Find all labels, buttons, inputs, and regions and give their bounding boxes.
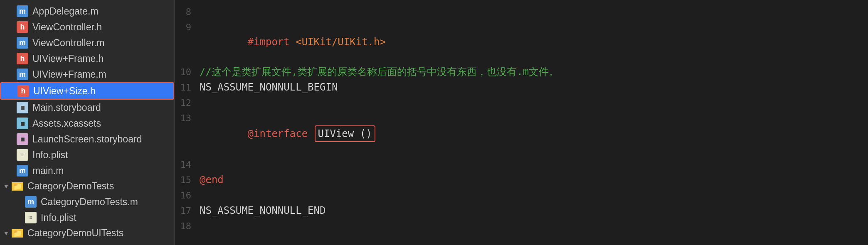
- file-item-viewcontroller-m[interactable]: m ViewController.m: [0, 35, 174, 51]
- code-line-16: 16: [175, 188, 868, 203]
- file-item-uiview-frame-m[interactable]: m UIView+Frame.m: [0, 66, 174, 82]
- line-number: 12: [175, 96, 200, 110]
- file-icon-assets: ◼: [17, 118, 28, 129]
- line-number: 18: [175, 219, 200, 234]
- keyword-interface: @interface: [248, 128, 308, 140]
- line-content: [200, 218, 205, 233]
- code-text: [308, 128, 313, 140]
- line-content: [200, 4, 205, 19]
- line-number: 14: [175, 157, 200, 172]
- file-icon-m: m: [17, 165, 28, 176]
- folder-categorydemo-tests[interactable]: ▼ 📁 CategoryDemoTests: [0, 179, 174, 194]
- code-line-9: 9 #import <UIKit/UIKit.h>: [175, 20, 868, 64]
- line-number: 16: [175, 188, 200, 203]
- line-content-end: @end: [200, 172, 224, 187]
- file-icon-storyboard: ▦: [17, 133, 28, 145]
- code-line-14: 14: [175, 157, 868, 172]
- file-icon-h: h: [17, 53, 28, 64]
- line-content: NS_ASSUME_NONNULL_BEGIN: [200, 80, 338, 95]
- file-item-appdelegate[interactable]: m AppDelegate.m: [0, 3, 174, 19]
- code-line-18: 18: [175, 218, 868, 234]
- code-line-8: 8: [175, 4, 868, 20]
- code-content: 8 9 #import <UIKit/UIKit.h> 10 //这个是类扩展文…: [175, 0, 868, 238]
- string-uikit: <UIKit/UIKit.h>: [296, 36, 386, 48]
- file-label: UIView+Frame.m: [32, 69, 106, 80]
- file-label: CategoryDemoTests.m: [41, 196, 138, 208]
- file-icon-m: m: [17, 5, 28, 17]
- code-editor: 8 9 #import <UIKit/UIKit.h> 10 //这个是类扩展文…: [175, 0, 868, 245]
- file-icon-h: h: [17, 85, 29, 97]
- code-line-12: 12: [175, 95, 868, 110]
- line-number: 17: [175, 203, 200, 218]
- folder-categorydemo-uitests[interactable]: ▼ 📁 CategoryDemoUITests: [0, 225, 174, 241]
- file-item-assets[interactable]: ◼ Assets.xcassets: [0, 115, 174, 131]
- file-item-main-m[interactable]: m main.m: [0, 163, 174, 179]
- file-label: LaunchScreen.storyboard: [32, 134, 142, 145]
- file-label: Info.plist: [32, 149, 68, 161]
- code-line-10: 10 //这个是类扩展文件,类扩展的原类名称后面的括号中没有东西，也没有.m文件…: [175, 64, 868, 80]
- line-content: NS_ASSUME_NONNULL_END: [200, 203, 326, 218]
- line-content: @interface UIView (): [200, 110, 375, 157]
- file-icon-storyboard: ▦: [17, 102, 28, 113]
- file-label: UIView+Frame.h: [32, 53, 104, 64]
- line-number: 11: [175, 80, 200, 95]
- file-label: UIView+Size.h: [33, 86, 96, 97]
- file-navigator: m AppDelegate.m h ViewController.h m Vie…: [0, 0, 175, 245]
- file-item-categorydemo-info-plist[interactable]: ≡ Info.plist: [0, 210, 174, 225]
- file-item-uiview-frame-h[interactable]: h UIView+Frame.h: [0, 51, 174, 66]
- code-line-13: 13 @interface UIView (): [175, 110, 868, 157]
- file-icon-m: m: [25, 196, 37, 208]
- file-label: Main.storyboard: [32, 102, 101, 113]
- folder-label: CategoryDemoTests: [27, 181, 114, 192]
- file-item-info-plist[interactable]: ≡ Info.plist: [0, 147, 174, 163]
- line-content: [200, 95, 205, 110]
- folder-label: CategoryDemoUITests: [27, 228, 123, 239]
- file-icon-plist: ≡: [17, 149, 28, 161]
- interface-box: UIView (): [315, 125, 375, 142]
- file-label: main.m: [32, 165, 64, 176]
- line-content-comment: //这个是类扩展文件,类扩展的原类名称后面的括号中没有东西，也没有.m文件。: [200, 64, 559, 79]
- chevron-icon: ▼: [3, 183, 9, 190]
- file-item-categorydemotests-m[interactable]: m CategoryDemoTests.m: [0, 194, 174, 210]
- line-number: 10: [175, 65, 200, 80]
- line-number: 13: [175, 111, 200, 126]
- file-item-viewcontroller-h[interactable]: h ViewController.h: [0, 19, 174, 35]
- line-content: [200, 157, 205, 172]
- file-item-main-storyboard[interactable]: ▦ Main.storyboard: [0, 100, 174, 115]
- line-content: [200, 188, 205, 203]
- chevron-icon: ▼: [3, 230, 9, 237]
- line-number: 8: [175, 5, 200, 20]
- file-item-uiview-size-h[interactable]: h UIView+Size.h: [0, 82, 174, 100]
- line-number: 9: [175, 20, 200, 35]
- folder-icon: 📁: [12, 229, 23, 238]
- file-icon-m: m: [17, 37, 28, 49]
- file-label: Info.plist: [41, 212, 76, 223]
- line-number: 15: [175, 173, 200, 188]
- file-icon-plist: ≡: [25, 212, 37, 223]
- file-icon-h: h: [17, 21, 28, 33]
- code-line-15: 15 @end: [175, 172, 868, 188]
- file-label: AppDelegate.m: [32, 6, 99, 17]
- folder-icon: 📁: [12, 182, 23, 191]
- file-icon-m: m: [17, 69, 28, 80]
- file-item-launchscreen[interactable]: ▦ LaunchScreen.storyboard: [0, 131, 174, 147]
- file-label: Assets.xcassets: [32, 118, 101, 129]
- code-line-11: 11 NS_ASSUME_NONNULL_BEGIN: [175, 80, 868, 95]
- file-label: ViewController.h: [32, 22, 102, 33]
- line-content: #import <UIKit/UIKit.h>: [200, 20, 386, 64]
- file-label: ViewController.m: [32, 37, 104, 49]
- keyword-import: #import: [248, 36, 296, 48]
- code-line-17: 17 NS_ASSUME_NONNULL_END: [175, 203, 868, 218]
